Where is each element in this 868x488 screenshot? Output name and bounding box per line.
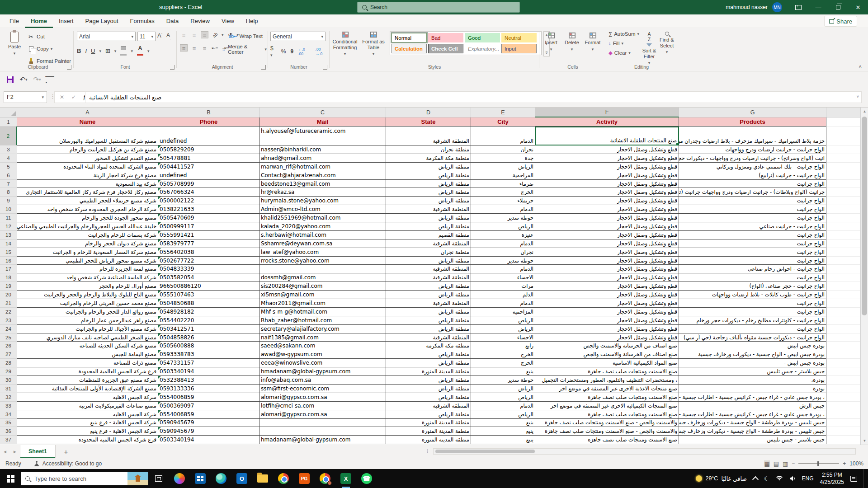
cell-G6[interactable]: الواح جرانيت - جرانيت (ترابيع) xyxy=(679,171,826,180)
cell-F35[interactable]: والاسمنت والجص - صنع الاسمنت ومنتجات صلب… xyxy=(535,419,679,427)
sheet-nav-right-icon[interactable]: ► xyxy=(10,449,20,454)
taskbar-search-box[interactable]: Type here to search xyxy=(21,472,148,485)
select-all-corner[interactable] xyxy=(0,108,17,117)
cell-B17[interactable]: 0504833339 xyxy=(158,265,259,273)
cell-D36[interactable]: منطقة المدينة المنورة xyxy=(386,427,471,436)
empty-cell[interactable] xyxy=(826,325,860,333)
cell-G8[interactable]: جرانيت (الواح وبلاطات) - جرانيت ارضيات و… xyxy=(679,188,826,197)
cell-E23[interactable]: الرياض xyxy=(471,316,535,325)
cell-C37[interactable]: hmadanam@global-gypsum.com xyxy=(259,436,386,444)
cell-C18[interactable]: dossmh@gmail.com xyxy=(259,273,386,282)
row-header-25[interactable]: 25 xyxy=(0,333,17,342)
cell-E22[interactable]: المزاحمية xyxy=(471,308,535,316)
cell-G30[interactable]: بودرة، xyxy=(679,376,826,385)
night-light-icon[interactable]: ☾ xyxy=(764,475,769,482)
top-align-icon[interactable]: ≡ xyxy=(180,31,188,38)
cell-A9[interactable]: شركة مصنع حريملاء للحجر الطبيعي xyxy=(17,197,158,205)
orientation-icon[interactable]: ab xyxy=(210,29,220,40)
cell-F18[interactable]: قطع وتشكيل وصقل الاحجار xyxy=(535,273,679,282)
cell-G12[interactable]: الواح جرانيت - جرانيت صناعي xyxy=(679,222,826,231)
copilot-app-button[interactable] xyxy=(169,469,190,488)
action-center-icon[interactable] xyxy=(850,476,857,482)
row-header-23[interactable]: 23 xyxy=(0,316,17,325)
cell-E9[interactable]: حريملاء xyxy=(471,197,535,205)
cell-E7[interactable]: ضرماء xyxy=(471,180,535,188)
cell-E19[interactable]: مرات xyxy=(471,282,535,291)
empty-cell[interactable] xyxy=(826,239,860,248)
tab-data[interactable]: Data xyxy=(160,14,184,28)
cell-C30[interactable]: info@abaq.com.sa xyxy=(259,376,386,385)
cell-A11[interactable]: مصنع صخور الجوده للحجر والرخام xyxy=(17,214,158,222)
cell-B31[interactable]: 0593133336 xyxy=(158,385,259,393)
cell-D4[interactable]: منطقة مكة المكرمة xyxy=(386,154,471,163)
tab-view[interactable]: View xyxy=(216,14,240,28)
cell-styles-gallery[interactable]: NormalBadGoodNeutralCalculationCheck Cel… xyxy=(390,31,542,55)
cell-E33[interactable]: الدمام xyxy=(471,402,535,410)
cell-A12[interactable]: خليفة عبدالله الحبس للحجروالرخام والجران… xyxy=(17,222,158,231)
whatsapp-app-button[interactable]: ☎ xyxy=(356,469,377,488)
cell-A4[interactable]: مصنع التقدم لتشكيل الصخور xyxy=(17,154,158,163)
column-header-E[interactable]: E xyxy=(471,108,535,117)
cut-button[interactable]: ✂Cut xyxy=(27,32,71,42)
cell-G26[interactable]: بودرة جبس ابيض xyxy=(679,342,826,350)
cell-C34[interactable]: alomari@gypsco.com.sa xyxy=(259,410,386,419)
cell-C2[interactable]: h.alyousef@futureceramic.com xyxy=(259,127,386,145)
normal-view-icon[interactable]: ▦ xyxy=(764,460,769,467)
cell-A3[interactable]: مصنع شركة بن هركيل للجرانيت والرخام xyxy=(17,145,158,154)
cell-B29[interactable]: 0503340194 xyxy=(158,367,259,376)
sheet-tab-sheet1[interactable]: Sheet1 xyxy=(20,445,56,458)
cell-F8[interactable]: قطع وتشكيل وصقل الاحجار xyxy=(535,188,679,197)
cell-B20[interactable]: 0555107463 xyxy=(158,291,259,299)
cell-style-good[interactable]: Good xyxy=(465,33,500,42)
cell-D35[interactable]: منطقة المدينة المنورة xyxy=(386,419,471,427)
autosum-button[interactable]: ∑AutoSum▾ xyxy=(609,30,639,38)
empty-cell[interactable] xyxy=(826,117,860,127)
cell-F33[interactable]: صنع المنتجات الكيميائية الاخرى غير المصن… xyxy=(535,402,679,410)
cell-F10[interactable]: قطع وتشكيل وصقل الاحجار xyxy=(535,205,679,214)
alignment-dialog-launcher[interactable] xyxy=(261,65,266,70)
cell-D13[interactable]: منطقة القصيم xyxy=(386,231,471,239)
empty-cell[interactable] xyxy=(826,214,860,222)
cell-G22[interactable]: الواح جرانيت xyxy=(679,308,826,316)
cell-F26[interactable]: صنع اصناف من الخرسانة والاسمنت والجص xyxy=(535,342,679,350)
header-cell-phone[interactable]: Phone xyxy=(158,117,259,127)
hidden-icons-chevron[interactable] xyxy=(752,476,759,483)
cell-A28[interactable]: مصنع ذرات للصناعة xyxy=(17,359,158,367)
wrap-text-button[interactable]: ab↩Wrap Text xyxy=(229,31,263,41)
cell-G28[interactable]: بودرة جبس ابيض - xyxy=(679,359,826,367)
header-cell-city[interactable]: City xyxy=(471,117,535,127)
row-header-2[interactable]: 2 xyxy=(0,127,17,145)
cell-E28[interactable]: الخرج xyxy=(471,359,535,367)
empty-cell[interactable] xyxy=(826,180,860,188)
cell-B21[interactable]: 0504850688 xyxy=(158,299,259,308)
cell-A16[interactable]: شركة مصنع صخور الرياض للحجر الطبيعي xyxy=(17,257,158,265)
cell-D26[interactable]: منطقة مكة المكرمة xyxy=(386,342,471,350)
cell-E37[interactable]: ينبع xyxy=(471,436,535,444)
cell-C16[interactable]: rrocks.stone@yahoo.com xyxy=(259,257,386,265)
cell-F37[interactable]: صنع الاسمنت ومنتجات صلب نصف جاهزة xyxy=(535,436,679,444)
cell-B22[interactable]: 0548928182 xyxy=(158,308,259,316)
cell-D12[interactable]: منطقة الرياض xyxy=(386,222,471,231)
cell-C21[interactable]: Mhaor2011@gmail.com xyxy=(259,299,386,308)
cell-G24[interactable]: الواح جرانيت xyxy=(679,325,826,333)
cell-C8[interactable]: hr@rekaz.sa xyxy=(259,188,386,197)
cell-G13[interactable]: الواح جرانيت xyxy=(679,231,826,239)
redo-button[interactable]: ↷▾ xyxy=(32,74,42,85)
fill-color-button[interactable] xyxy=(120,45,127,56)
cell-B33[interactable]: 0500369097 xyxy=(158,402,259,410)
cell-B4[interactable]: 505478881 xyxy=(158,154,259,163)
header-cell-activity[interactable]: Activity xyxy=(535,117,679,127)
cell-B35[interactable]: 0590945679 xyxy=(158,419,259,427)
minimize-button[interactable]: — xyxy=(808,0,828,14)
cell-A5[interactable]: مصنع الشركة المتحدة لمواد البناء المحدود… xyxy=(17,163,158,171)
cell-E27[interactable]: الخرج xyxy=(471,350,535,359)
wifi-icon[interactable] xyxy=(776,476,783,481)
empty-cell[interactable] xyxy=(826,127,860,145)
cell-G21[interactable]: الواح جرانيت xyxy=(679,299,826,308)
cell-F36[interactable]: والاسمنت والجص - صنع الاسمنت ومنتجات صلب… xyxy=(535,427,679,436)
cell-F13[interactable]: قطع وتشكيل وصقل الاحجار xyxy=(535,231,679,239)
cell-C10[interactable]: Admin@smco-ltd.com xyxy=(259,205,386,214)
formula-bar-input[interactable]: صنع المنتجات الطفلية الانشائية xyxy=(85,91,862,103)
row-header-20[interactable]: 20 xyxy=(0,291,17,299)
cell-style-calculation[interactable]: Calculation xyxy=(392,44,427,53)
